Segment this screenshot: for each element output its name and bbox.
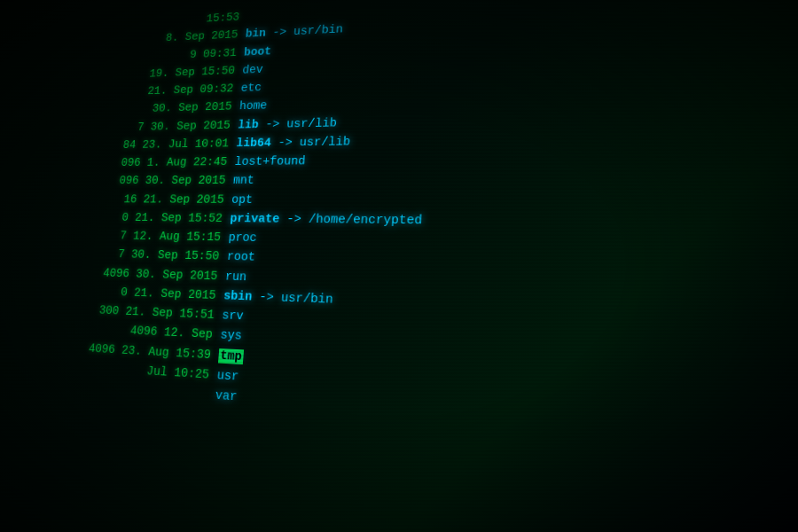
file-date: 096 30. Sep 2015 <box>18 171 234 190</box>
file-name: tmp <box>218 346 245 367</box>
file-name: usr <box>216 365 239 387</box>
symlink-arrow: -> <box>258 117 287 131</box>
terminal-window: 15:538. Sep 2015bin -> usr/bin9 09:31boo… <box>0 0 798 532</box>
file-date: 096 1. Aug 22:45 <box>20 153 235 172</box>
file-name: sys <box>220 325 243 347</box>
file-name: lib64 -> usr/lib <box>236 132 351 153</box>
file-name: root <box>226 247 256 268</box>
file-name: etc <box>240 79 262 98</box>
file-name: run <box>224 267 247 287</box>
file-date: 84 23. Jul 10:01 <box>22 134 238 155</box>
symlink-arrow: -> <box>265 26 293 40</box>
file-name: srv <box>221 306 244 326</box>
symlink-arrow: -> <box>279 212 309 226</box>
file-name: lib -> usr/lib <box>237 113 337 134</box>
symlink-target: usr/bin <box>280 291 333 308</box>
symlink-arrow: -> <box>252 290 282 306</box>
file-name: opt <box>231 191 253 209</box>
symlink-target: usr/bin <box>293 23 343 39</box>
file-name: boot <box>243 43 271 62</box>
file-date: 16 21. Sep 2015 <box>15 191 232 209</box>
file-name: lost+found <box>234 152 306 171</box>
file-name: private -> /home/encrypted <box>230 209 423 231</box>
file-name: dev <box>242 60 264 79</box>
symlink-target: usr/lib <box>299 135 350 150</box>
symlink-target: /home/encrypted <box>308 212 422 228</box>
file-name: home <box>239 97 268 116</box>
terminal-content: 15:538. Sep 2015bin -> usr/bin9 09:31boo… <box>0 0 798 532</box>
symlink-arrow: -> <box>270 136 300 150</box>
symlink-target: usr/lib <box>286 116 338 131</box>
file-name: var <box>215 386 238 408</box>
file-name: proc <box>228 228 258 247</box>
file-name: mnt <box>232 171 254 190</box>
